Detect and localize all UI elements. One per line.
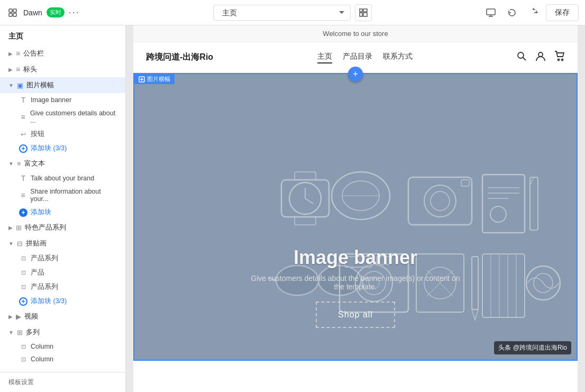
banner-section-label: 图片横幅 (134, 74, 175, 84)
more-button[interactable]: ··· (69, 7, 80, 18)
preview-frame: Welcome to our store 跨境问道-出海Rio 主页 产品目录 … (133, 25, 578, 392)
top-bar-center: 主页 (127, 4, 458, 21)
chevron-down-icon: ▼ (8, 330, 14, 335)
collage-label: 拼贴画 (26, 239, 47, 248)
top-bar-left: Dawn 实时 ··· (6, 6, 123, 19)
sidebar-item-header[interactable]: ▶ ≡ 标头 (0, 61, 125, 77)
text-icon: T (19, 96, 28, 104)
svg-rect-6 (360, 13, 362, 16)
video-icon: ▶ (16, 313, 21, 321)
sidebar-addblock-banner[interactable]: + 添加块 (3/3) (0, 141, 125, 156)
sidebar-title: 主页 (0, 25, 125, 45)
redo-button[interactable] (525, 4, 542, 21)
list-icon: ≡ (19, 191, 27, 199)
banner-container[interactable]: 图片横幅 + (133, 73, 578, 361)
svg-point-9 (518, 52, 524, 58)
page-select[interactable]: 主页 (213, 5, 351, 21)
svg-rect-3 (13, 13, 16, 16)
sidebar-item-banner[interactable]: ▼ ▣ 图片横幅 (0, 77, 125, 93)
sidebar-subitem-collection2[interactable]: ⊡ 产品系列 (0, 280, 125, 294)
nav-link-home[interactable]: 主页 (317, 52, 332, 63)
svg-rect-30 (482, 175, 525, 233)
sidebar-subitem-give-customers[interactable]: ≡ Give customers details about ... (0, 107, 125, 127)
top-bar: Dawn 实时 ··· 主页 (0, 0, 585, 25)
save-button[interactable]: 保存 (546, 4, 579, 21)
add-block-collage-label: 添加块 (3/3) (31, 297, 67, 306)
notice-label: 公告栏 (23, 49, 44, 58)
crop-icon: ⊡ (19, 269, 28, 276)
svg-point-11 (538, 52, 543, 57)
featured-icon: ⊞ (16, 224, 22, 232)
sidebar-subitem-share-info[interactable]: ≡ Share information about your... (0, 185, 125, 205)
chevron-right-icon: ▶ (8, 67, 13, 72)
svg-rect-8 (487, 9, 495, 15)
text-icon: T (19, 174, 28, 183)
sidebar-addblock-richtext[interactable]: + 添加块 (0, 205, 125, 220)
svg-rect-29 (461, 180, 469, 186)
search-icon[interactable] (516, 51, 527, 64)
chevron-right-icon: ▶ (8, 51, 13, 57)
sidebar-item-notice[interactable]: ▶ ≡ 公告栏 (0, 45, 125, 61)
svg-point-34 (490, 206, 506, 222)
sidebar-scroll: ▶ ≡ 公告栏 ▶ ≡ 标头 ▼ ▣ 图片横幅 T Image banner ≡ (0, 45, 125, 372)
cart-icon[interactable] (554, 51, 565, 64)
sidebar-subitem-column1[interactable]: ⊡ Column (0, 340, 125, 353)
svg-rect-0 (9, 9, 12, 12)
multicolumn-label: 多列 (26, 327, 40, 337)
chevron-down-icon: ▼ (8, 161, 14, 167)
monitor-button[interactable] (482, 4, 499, 21)
sidebar-subitem-collection1[interactable]: ⊡ 产品系列 (0, 251, 125, 266)
svg-rect-7 (363, 13, 367, 16)
sidebar-subitem-talk-brand[interactable]: T Talk about your brand (0, 171, 125, 185)
store-logo: 跨境问道-出海Rio (146, 52, 213, 63)
banner-label: 图片横幅 (26, 80, 54, 90)
svg-marker-57 (472, 309, 478, 320)
sidebar-footer[interactable]: 模板设置 (0, 372, 125, 392)
svg-rect-22 (295, 217, 316, 225)
crop-icon: ⊡ (19, 255, 28, 262)
sidebar-subitem-column2[interactable]: ⊡ Column (0, 353, 125, 366)
chevron-down-icon: ▼ (8, 83, 14, 88)
sidebar-item-multicolumn[interactable]: ▼ ⊞ 多列 (0, 324, 125, 340)
add-block-banner-label: 添加块 (3/3) (31, 144, 67, 153)
sidebar-item-featured[interactable]: ▶ ⊞ 特色产品系列 (0, 220, 125, 235)
svg-rect-5 (363, 9, 367, 12)
undo-button[interactable] (504, 4, 520, 21)
canvas-scroll: Welcome to our store 跨境问道-出海Rio 主页 产品目录 … (126, 25, 585, 392)
sidebar-item-collage[interactable]: ▼ ⊟ 拼贴画 (0, 235, 125, 251)
column2-label: Column (31, 355, 53, 363)
video-label: 视频 (24, 312, 38, 321)
banner-add-button[interactable]: + (348, 67, 363, 81)
banner-content: Image banner Give customers details abou… (250, 247, 461, 328)
chevron-right-icon: ▶ (8, 314, 13, 320)
nav-links: 主页 产品目录 联系方式 (317, 52, 413, 63)
notice-icon: ≡ (16, 49, 20, 58)
image-banner-label: Image banner (31, 96, 71, 104)
svg-rect-56 (472, 257, 478, 309)
svg-point-28 (431, 192, 450, 211)
plus-circle-icon: + (19, 297, 28, 306)
nav-link-products[interactable]: 产品目录 (343, 52, 372, 63)
featured-label: 特色产品系列 (25, 223, 66, 232)
column1-label: Column (31, 343, 53, 350)
give-customers-label: Give customers details about ... (30, 110, 117, 124)
sidebar-subitem-product[interactable]: ⊡ 产品 (0, 266, 125, 280)
sidebar-subitem-button[interactable]: ↩ 按钮 (0, 127, 125, 141)
multicolumn-icon: ⊞ (17, 329, 23, 336)
svg-rect-1 (13, 9, 16, 12)
shop-all-button[interactable]: Shop all (316, 302, 395, 328)
account-icon[interactable] (535, 51, 546, 64)
product-label: 产品 (31, 268, 44, 277)
grid-button[interactable] (355, 4, 372, 21)
live-badge: 实时 (47, 7, 65, 17)
sidebar-item-richtext[interactable]: ▼ ≡ 富文本 (0, 156, 125, 171)
sidebar-addblock-collage[interactable]: + 添加块 (3/3) (0, 294, 125, 308)
sidebar-subitem-image-banner[interactable]: T Image banner (0, 93, 125, 107)
banner-title: Image banner (250, 247, 461, 269)
watermark: 头条 @跨境问道出海Rio (494, 341, 571, 354)
tab-icon[interactable] (6, 6, 19, 19)
svg-point-27 (424, 185, 456, 217)
sidebar-item-video[interactable]: ▶ ▶ 视频 (0, 308, 125, 324)
nav-link-contact[interactable]: 联系方式 (383, 52, 413, 63)
welcome-bar: Welcome to our store (133, 25, 578, 42)
